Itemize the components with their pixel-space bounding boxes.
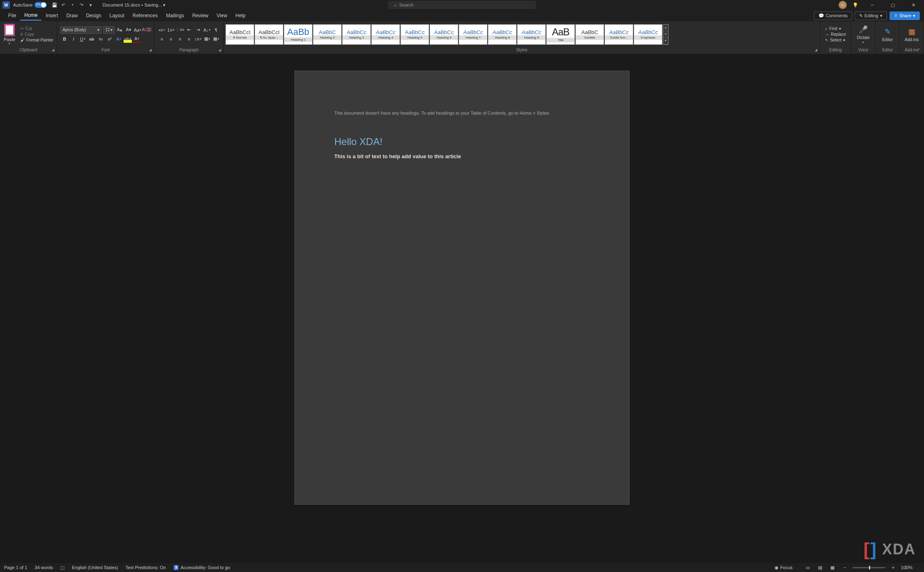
tab-references[interactable]: References	[129, 11, 162, 20]
accessibility-status[interactable]: ♿Accessibility: Good to go	[173, 565, 230, 570]
clipboard-launcher-icon[interactable]: ◢	[52, 48, 54, 52]
save-icon[interactable]: 💾	[51, 1, 59, 9]
redo-icon[interactable]: ↷	[78, 1, 86, 9]
undo-dropdown-icon[interactable]	[69, 1, 77, 9]
italic-icon[interactable]: I	[69, 35, 78, 43]
font-name-select[interactable]: Aptos (Body)▾	[60, 26, 101, 34]
zoom-slider[interactable]	[853, 567, 885, 568]
style-tile--no-spac-[interactable]: AaBbCcI¶ No Spac...	[255, 24, 283, 45]
style-tile-heading-8[interactable]: AaBbCcHeading 8	[488, 24, 517, 45]
multilevel-list-icon[interactable]: ⋮≡	[176, 26, 184, 34]
font-color-icon[interactable]: A	[133, 35, 141, 43]
font-launcher-icon[interactable]: ◢	[149, 48, 152, 52]
font-size-select[interactable]: 12▾	[103, 26, 115, 34]
strikethrough-icon[interactable]: ab	[87, 35, 96, 43]
superscript-icon[interactable]: x²	[106, 35, 114, 43]
show-marks-icon[interactable]: ¶	[212, 26, 220, 34]
qat-customize-icon[interactable]: ▾	[87, 1, 95, 9]
bold-icon[interactable]: B	[60, 35, 69, 43]
underline-icon[interactable]: U	[78, 35, 87, 43]
decrease-indent-icon[interactable]: ⇤	[185, 26, 193, 34]
justify-icon[interactable]: ≡	[185, 35, 193, 43]
document-title[interactable]: Document 15.docx • Saving... ▾	[103, 2, 166, 8]
styles-up-icon[interactable]: ▴	[663, 25, 668, 31]
tab-review[interactable]: Review	[188, 11, 212, 20]
comments-button[interactable]: 💬 Comments	[814, 12, 852, 20]
clear-formatting-icon[interactable]: A⌫	[143, 26, 151, 34]
document-heading[interactable]: Hello XDA!	[334, 136, 590, 148]
read-mode-icon[interactable]: ▭	[803, 564, 812, 571]
close-button[interactable]: ✕	[905, 0, 922, 10]
style-tile-heading-6[interactable]: AaBbCcHeading 6	[430, 24, 458, 45]
tab-layout[interactable]: Layout	[106, 11, 129, 20]
style-tile-heading-3[interactable]: AaBbCcHeading 3	[342, 24, 371, 45]
line-spacing-icon[interactable]: ↕≡	[194, 35, 202, 43]
style-tile-subtle-em-[interactable]: AaBbCcSubtle Em...	[605, 24, 633, 45]
text-predictions-status[interactable]: Text Predictions: On	[125, 565, 165, 570]
align-center-icon[interactable]: ≡	[167, 35, 175, 43]
editor-button[interactable]: ✎ Editor	[877, 27, 898, 42]
borders-icon[interactable]: ▦	[212, 35, 220, 43]
style-tile-heading-9[interactable]: AaBbCcHeading 9	[517, 24, 546, 45]
style-tile--normal[interactable]: AaBbCcI¶ Normal	[225, 24, 254, 45]
bullets-icon[interactable]: •≡	[158, 26, 166, 34]
find-button[interactable]: ⌕Find ▾	[823, 26, 848, 31]
style-tile-heading-1[interactable]: AaBbHeading 1	[284, 24, 313, 45]
share-button[interactable]: ⇧ Share ▾	[890, 12, 920, 20]
spellcheck-icon[interactable]: ▢	[60, 565, 64, 570]
minimize-button[interactable]: ─	[864, 0, 880, 10]
tab-mailings[interactable]: Mailings	[162, 11, 188, 20]
addins-button[interactable]: ▦ Add-ins	[901, 27, 922, 42]
numbering-icon[interactable]: 1≡	[167, 26, 175, 34]
styles-expand-icon[interactable]: ▾	[663, 38, 668, 44]
tab-design[interactable]: Design	[82, 11, 105, 20]
style-tile-heading-4[interactable]: AaBbCcHeading 4	[371, 24, 400, 45]
zoom-level[interactable]: 100%	[901, 565, 913, 570]
maximize-button[interactable]: ▢	[885, 0, 901, 10]
language-status[interactable]: English (United States)	[72, 565, 118, 570]
style-tile-heading-7[interactable]: AaBbCcHeading 7	[459, 24, 487, 45]
shrink-font-icon[interactable]: A▾	[124, 26, 133, 34]
format-painter-button[interactable]: 🖌Format Painter	[19, 37, 55, 43]
tab-help[interactable]: Help	[231, 11, 250, 20]
zoom-in-icon[interactable]: +	[889, 564, 898, 571]
highlight-icon[interactable]: ab	[124, 35, 132, 43]
page-count[interactable]: Page 1 of 1	[4, 565, 27, 570]
cut-button[interactable]: ✂Cut	[19, 26, 55, 31]
shading-icon[interactable]: ▦	[203, 35, 211, 43]
document-page[interactable]: This document doesn't have any headings.…	[294, 71, 630, 505]
undo-icon[interactable]: ↶	[60, 1, 68, 9]
change-case-icon[interactable]: Aa	[133, 26, 142, 34]
collapse-ribbon-icon[interactable]: ⌃	[917, 48, 921, 53]
sort-icon[interactable]: A↓	[203, 26, 211, 34]
editing-mode-button[interactable]: ✎ Editing ▾	[855, 12, 887, 20]
autosave-toggle[interactable]: On	[34, 2, 47, 8]
replace-button[interactable]: ↔Replace	[823, 32, 848, 37]
tab-insert[interactable]: Insert	[41, 11, 62, 20]
tab-file[interactable]: File	[4, 11, 20, 20]
subscript-icon[interactable]: x₂	[97, 35, 105, 43]
paragraph-launcher-icon[interactable]: ◢	[218, 48, 221, 52]
text-effects-icon[interactable]: A	[115, 35, 123, 43]
styles-down-icon[interactable]: ▾	[663, 31, 668, 38]
style-tile-subtitle[interactable]: AaBbCSubtitle	[575, 24, 604, 45]
align-left-icon[interactable]: ≡	[158, 35, 166, 43]
tab-view[interactable]: View	[213, 11, 232, 20]
copy-button[interactable]: ⎘Copy	[19, 32, 55, 37]
dictate-button[interactable]: 🎤 Dictate▾	[853, 25, 873, 44]
zoom-out-icon[interactable]: −	[840, 564, 849, 571]
increase-indent-icon[interactable]: ⇥	[194, 26, 202, 34]
web-layout-icon[interactable]: ▦	[828, 564, 837, 571]
align-right-icon[interactable]: ≡	[176, 35, 184, 43]
select-button[interactable]: ↖Select ▾	[823, 37, 848, 43]
style-tile-emphasis[interactable]: AaBbCcEmphasis	[634, 24, 662, 45]
style-tile-heading-5[interactable]: AaBbCcHeading 5	[400, 24, 429, 45]
grow-font-icon[interactable]: A▴	[115, 26, 124, 34]
word-count[interactable]: 34 words	[34, 565, 53, 570]
document-body-text[interactable]: This is a bit of text to help add value …	[334, 153, 590, 159]
styles-launcher-icon[interactable]: ◢	[815, 48, 817, 52]
style-tile-title[interactable]: AaBTitle	[546, 24, 575, 45]
paste-button[interactable]: Paste▾	[2, 24, 17, 45]
search-input[interactable]: ⌕ Search	[388, 1, 536, 9]
focus-button[interactable]: ◉Focus	[775, 565, 793, 570]
